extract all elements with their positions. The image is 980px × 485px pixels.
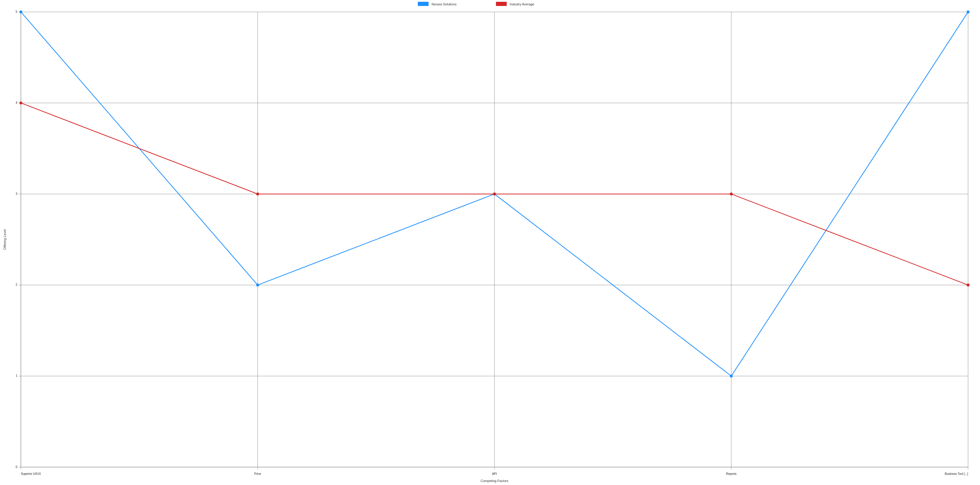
legend-label: Nexara Solutions bbox=[431, 2, 457, 6]
y-tick-label: 3 bbox=[16, 192, 17, 196]
legend-label: Industry Average bbox=[510, 2, 534, 6]
x-axis-title: Competing Factors bbox=[481, 479, 509, 483]
series-point bbox=[19, 102, 22, 104]
y-tick-label: 1 bbox=[16, 374, 17, 377]
x-tick-label: Price bbox=[255, 472, 261, 475]
chart-container: 012345Superior UI/UXPriceAPIReportsBusin… bbox=[0, 0, 980, 485]
x-tick-label: Superior UI/UX bbox=[21, 472, 41, 475]
series-point bbox=[730, 375, 733, 378]
series-point bbox=[19, 10, 22, 13]
y-tick-label: 2 bbox=[16, 283, 17, 286]
y-tick-label: 0 bbox=[16, 465, 17, 469]
series-point bbox=[967, 284, 970, 287]
legend-swatch bbox=[418, 2, 429, 6]
x-tick-label: API bbox=[492, 472, 497, 475]
legend: Nexara SolutionsIndustry Average bbox=[418, 2, 534, 6]
series-point bbox=[256, 284, 259, 287]
series-point bbox=[493, 192, 496, 196]
grid bbox=[21, 12, 968, 467]
line-chart: 012345Superior UI/UXPriceAPIReportsBusin… bbox=[0, 0, 980, 485]
x-tick-label: Business Tool [...] bbox=[945, 472, 968, 475]
y-tick-label: 4 bbox=[16, 101, 17, 104]
series-point bbox=[256, 192, 259, 196]
series-point bbox=[967, 10, 970, 13]
x-tick-label: Reports bbox=[726, 472, 737, 475]
y-tick-label: 5 bbox=[16, 10, 17, 13]
legend-swatch bbox=[496, 2, 507, 6]
y-axis-title: Offering Level bbox=[3, 229, 6, 250]
series-point bbox=[730, 192, 733, 196]
axes: 012345Superior UI/UXPriceAPIReportsBusin… bbox=[16, 10, 968, 475]
